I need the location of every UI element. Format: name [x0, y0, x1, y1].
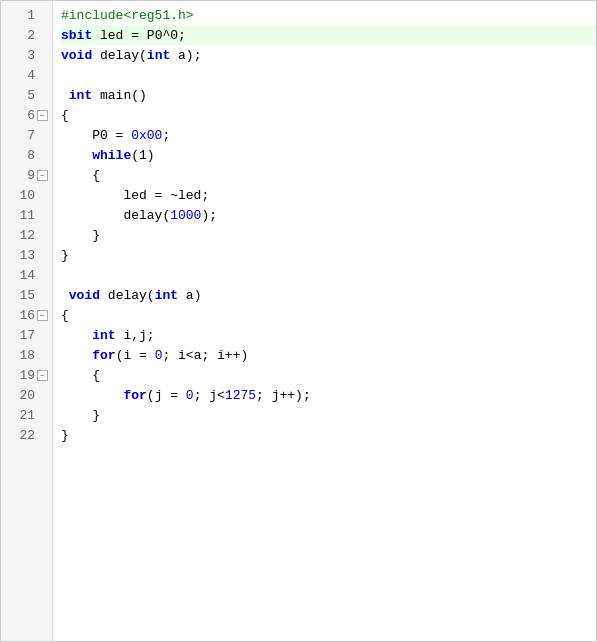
- code-line-1: #include<reg51.h>: [61, 5, 596, 25]
- line-number-18: 18: [15, 348, 35, 363]
- fold-placeholder-15: [37, 290, 48, 301]
- token: #include<reg51.h>: [61, 8, 194, 23]
- gutter-row-4: 4: [1, 65, 52, 85]
- line-number-9: 9: [15, 168, 35, 183]
- fold-placeholder-7: [37, 130, 48, 141]
- token: 0: [155, 348, 163, 363]
- token: a): [178, 288, 201, 303]
- token: ; i<a; i++): [162, 348, 248, 363]
- token: [61, 348, 92, 363]
- token: (i =: [116, 348, 155, 363]
- token: {: [61, 308, 69, 323]
- line-number-22: 22: [15, 428, 35, 443]
- token: (1): [131, 148, 154, 163]
- code-line-2: sbit led = P0^0;: [61, 25, 596, 45]
- fold-placeholder-2: [37, 30, 48, 41]
- gutter-row-3: 3: [1, 45, 52, 65]
- token: {: [61, 108, 69, 123]
- gutter-row-5: 5: [1, 85, 52, 105]
- editor-container: 123456−789−10111213141516−171819−202122 …: [0, 0, 597, 642]
- fold-button-9[interactable]: −: [37, 170, 48, 181]
- token: int: [92, 328, 115, 343]
- fold-placeholder-17: [37, 330, 48, 341]
- line-number-11: 11: [15, 208, 35, 223]
- gutter-row-18: 18: [1, 345, 52, 365]
- token: void: [69, 288, 100, 303]
- token: [61, 328, 92, 343]
- token: led = P0^0;: [92, 28, 186, 43]
- fold-placeholder-10: [37, 190, 48, 201]
- token: P0 =: [61, 128, 131, 143]
- gutter-row-10: 10: [1, 185, 52, 205]
- code-line-19: {: [61, 365, 596, 385]
- line-number-13: 13: [15, 248, 35, 263]
- token: );: [201, 208, 217, 223]
- token: }: [61, 228, 100, 243]
- line-number-1: 1: [15, 8, 35, 23]
- fold-placeholder-21: [37, 410, 48, 421]
- code-line-16: {: [61, 305, 596, 325]
- gutter-row-7: 7: [1, 125, 52, 145]
- token: 1275: [225, 388, 256, 403]
- token: ; j<: [194, 388, 225, 403]
- line-number-3: 3: [15, 48, 35, 63]
- fold-placeholder-14: [37, 270, 48, 281]
- code-line-15: void delay(int a): [61, 285, 596, 305]
- code-line-17: int i,j;: [61, 325, 596, 345]
- token: while: [92, 148, 131, 163]
- token: 0x00: [131, 128, 162, 143]
- line-number-2: 2: [15, 28, 35, 43]
- fold-placeholder-20: [37, 390, 48, 401]
- fold-placeholder-22: [37, 430, 48, 441]
- code-line-10: led = ~led;: [61, 185, 596, 205]
- token: delay(: [92, 48, 147, 63]
- gutter-row-14: 14: [1, 265, 52, 285]
- gutter-row-2: 2: [1, 25, 52, 45]
- token: void: [61, 48, 92, 63]
- code-line-11: delay(1000);: [61, 205, 596, 225]
- line-number-16: 16: [15, 308, 35, 323]
- code-line-13: }: [61, 245, 596, 265]
- fold-button-19[interactable]: −: [37, 370, 48, 381]
- code-line-8: while(1): [61, 145, 596, 165]
- token: delay(: [61, 208, 170, 223]
- gutter-row-11: 11: [1, 205, 52, 225]
- token: i,j;: [116, 328, 155, 343]
- code-line-7: P0 = 0x00;: [61, 125, 596, 145]
- line-number-10: 10: [15, 188, 35, 203]
- fold-button-16[interactable]: −: [37, 310, 48, 321]
- code-line-20: for(j = 0; j<1275; j++);: [61, 385, 596, 405]
- token: [61, 388, 123, 403]
- code-line-21: }: [61, 405, 596, 425]
- gutter-row-21: 21: [1, 405, 52, 425]
- line-number-21: 21: [15, 408, 35, 423]
- code-line-4: [61, 65, 596, 85]
- gutter-row-8: 8: [1, 145, 52, 165]
- fold-placeholder-8: [37, 150, 48, 161]
- code-line-18: for(i = 0; i<a; i++): [61, 345, 596, 365]
- gutter-row-16: 16−: [1, 305, 52, 325]
- line-number-12: 12: [15, 228, 35, 243]
- code-area: 123456−789−10111213141516−171819−202122 …: [1, 1, 596, 641]
- gutter-row-17: 17: [1, 325, 52, 345]
- gutter-row-20: 20: [1, 385, 52, 405]
- gutter-row-22: 22: [1, 425, 52, 445]
- line-number-6: 6: [15, 108, 35, 123]
- line-number-15: 15: [15, 288, 35, 303]
- line-number-17: 17: [15, 328, 35, 343]
- line-number-7: 7: [15, 128, 35, 143]
- token: sbit: [61, 28, 92, 43]
- token: int: [155, 288, 178, 303]
- fold-placeholder-18: [37, 350, 48, 361]
- code-line-3: void delay(int a);: [61, 45, 596, 65]
- fold-placeholder-13: [37, 250, 48, 261]
- fold-button-6[interactable]: −: [37, 110, 48, 121]
- token: }: [61, 408, 100, 423]
- token: int: [147, 48, 170, 63]
- line-number-4: 4: [15, 68, 35, 83]
- token: ;: [162, 128, 170, 143]
- line-number-14: 14: [15, 268, 35, 283]
- code-line-12: }: [61, 225, 596, 245]
- line-number-19: 19: [15, 368, 35, 383]
- fold-placeholder-12: [37, 230, 48, 241]
